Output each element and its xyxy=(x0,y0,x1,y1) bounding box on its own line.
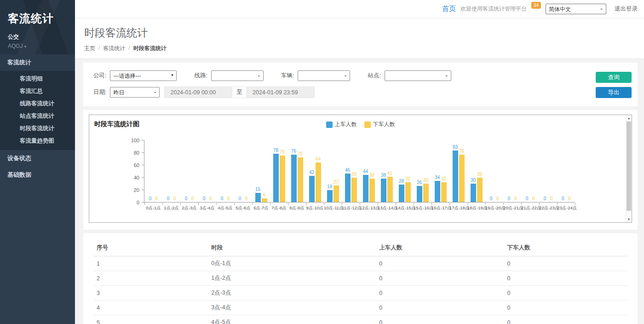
sidebar-item-基础数据[interactable]: 基础数据 xyxy=(0,167,75,183)
bar-value-label: 6 xyxy=(263,192,266,197)
breadcrumb-item[interactable]: 时段客流统计 xyxy=(133,45,167,52)
bar-下车人数[interactable] xyxy=(262,198,267,202)
chart-x-axis-ticks xyxy=(144,203,575,205)
date-preset-select[interactable]: 昨日 xyxy=(110,87,160,98)
date-start-input[interactable] xyxy=(164,87,232,98)
table-row[interactable]: 21点-2点00 xyxy=(94,271,627,286)
export-button[interactable]: 导出 xyxy=(596,87,632,98)
logout-link[interactable]: 退出登录 xyxy=(615,5,638,13)
filter-buttons: 查询 导出 xyxy=(596,72,632,98)
bar-group: 00 xyxy=(521,196,539,202)
bar-下车人数[interactable] xyxy=(316,162,321,202)
table-row[interactable]: 43点-4点00 xyxy=(94,301,627,315)
bar-group: 4639 xyxy=(342,168,360,202)
bar-下车人数[interactable] xyxy=(405,182,411,202)
sidebar-item-客流量趋势图[interactable]: 客流量趋势图 xyxy=(0,135,75,147)
bar-group: 00 xyxy=(180,196,198,202)
bar-value-label: 0 xyxy=(514,196,517,201)
bar-上车人数[interactable] xyxy=(345,174,351,202)
bar-下车人数[interactable] xyxy=(441,182,447,202)
bar-value-label: 0 xyxy=(526,196,529,201)
x-axis-label: 4点-5点 xyxy=(216,205,234,211)
notification-badge[interactable]: 34 xyxy=(531,2,541,9)
sidebar-item-客流明细[interactable]: 客流明细 xyxy=(0,73,75,85)
table-header-序号: 序号 xyxy=(94,240,208,256)
sidebar-item-站点客流统计[interactable]: 站点客流统计 xyxy=(0,110,75,122)
legend-swatch xyxy=(326,122,333,128)
bar-上车人数[interactable] xyxy=(399,185,404,202)
bar-wrap: 0 xyxy=(567,196,572,202)
bar-上车人数[interactable] xyxy=(273,154,279,202)
bar-value-label: 83 xyxy=(453,145,458,150)
vertical-scrollbar[interactable]: ▲ ▼ xyxy=(626,115,632,222)
bar-上车人数[interactable] xyxy=(453,150,458,202)
table-cell: 0点-1点 xyxy=(208,256,376,271)
sidebar-item-设备状态[interactable]: 设备状态 xyxy=(0,150,75,167)
bar-wrap: 0 xyxy=(201,196,207,202)
x-axis-label: 0点-1点 xyxy=(144,205,162,211)
bar-下车人数[interactable] xyxy=(334,185,339,202)
bar-下车人数[interactable] xyxy=(351,178,357,202)
scroll-up-icon[interactable]: ▲ xyxy=(626,116,632,120)
bar-上车人数[interactable] xyxy=(309,176,315,202)
bar-下车人数[interactable] xyxy=(423,184,429,202)
x-axis-label: 18点-19点 xyxy=(467,205,485,211)
sidebar-item-客流统计[interactable]: 客流统计 xyxy=(0,54,75,71)
table-row[interactable]: 10点-1点00 xyxy=(94,256,627,271)
bar-下车人数[interactable] xyxy=(369,179,375,202)
sidebar-submenu: 客流明细客流汇总线路客流统计站点客流统计时段客流统计客流量趋势图 xyxy=(0,71,75,150)
bar-wrap: 0 xyxy=(154,196,160,202)
bar-下车人数[interactable] xyxy=(387,177,393,202)
search-button[interactable]: 查询 xyxy=(596,72,632,83)
bar-value-label: 0 xyxy=(149,196,152,201)
data-table-panel: 序号时段上车人数下车人数 10点-1点0021点-2点0032点-3点0043点… xyxy=(83,233,638,324)
table-cell: 0 xyxy=(376,301,504,315)
bar-group: 3039 xyxy=(467,172,485,202)
line-select[interactable] xyxy=(211,70,264,81)
bar-wrap: 38 xyxy=(381,173,386,202)
bar-wrap: 30 xyxy=(423,178,429,202)
bar-上车人数[interactable] xyxy=(363,175,368,202)
bar-wrap: 0 xyxy=(219,196,225,202)
scroll-down-icon[interactable]: ▼ xyxy=(626,218,632,221)
sidebar-item-线路客流统计[interactable]: 线路客流统计 xyxy=(0,98,75,110)
user-menu[interactable]: AQGJ▾ xyxy=(8,43,75,49)
home-link[interactable]: 首页 xyxy=(442,5,456,13)
language-select[interactable]: 简体中文 xyxy=(546,4,606,14)
bar-上车人数[interactable] xyxy=(417,186,422,202)
bar-group: 8376 xyxy=(449,145,467,202)
bar-上车人数[interactable] xyxy=(381,179,386,202)
sidebar-item-客流汇总[interactable]: 客流汇总 xyxy=(0,85,75,98)
y-tick-label: 80 xyxy=(134,150,139,156)
table-row[interactable]: 54点-5点00 xyxy=(94,315,627,324)
legend-item[interactable]: 下车人数 xyxy=(364,121,395,128)
sidebar-item-时段客流统计[interactable]: 时段客流统计 xyxy=(0,122,75,135)
bar-上车人数[interactable] xyxy=(471,184,476,202)
bar-下车人数[interactable] xyxy=(459,155,465,202)
company-select[interactable]: ---请选择--- xyxy=(110,70,177,81)
bar-下车人数[interactable] xyxy=(298,157,303,202)
bar-group: 00 xyxy=(557,196,575,202)
bar-上车人数[interactable] xyxy=(255,193,261,202)
table-cell: 1 xyxy=(94,256,208,271)
vehicle-select[interactable] xyxy=(298,70,350,81)
bar-value-label: 0 xyxy=(239,196,242,201)
table-row[interactable]: 32点-3点00 xyxy=(94,286,627,301)
date-end-input[interactable] xyxy=(247,87,315,98)
chart-legend: 上车人数下车人数 xyxy=(326,121,395,128)
bar-上车人数[interactable] xyxy=(327,190,333,202)
x-axis-label: 13点-14点 xyxy=(378,205,396,211)
bar-上车人数[interactable] xyxy=(435,181,440,202)
bar-上车人数[interactable] xyxy=(291,155,297,202)
breadcrumb-item[interactable]: 主页 xyxy=(84,45,95,52)
breadcrumb-item[interactable]: 客流统计 xyxy=(103,45,125,52)
topbar: 首页 欢迎使用客流统计管理平台 34 简体中文 ⌄ 退出登录 xyxy=(75,0,644,18)
bar-下车人数[interactable] xyxy=(280,156,285,202)
bar-下车人数[interactable] xyxy=(477,178,483,202)
legend-item[interactable]: 上车人数 xyxy=(326,121,357,128)
scrollbar-thumb[interactable] xyxy=(627,122,631,211)
bar-value-label: 0 xyxy=(568,196,571,201)
x-axis-label: 16点-17点 xyxy=(431,205,449,211)
station-select[interactable] xyxy=(385,70,451,81)
bar-wrap: 34 xyxy=(435,175,440,202)
